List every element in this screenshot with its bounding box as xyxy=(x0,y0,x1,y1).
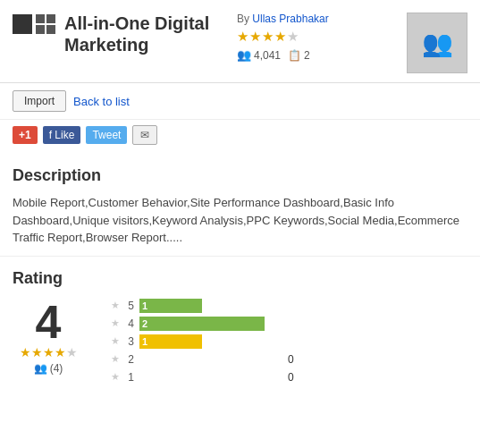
bar-value-label: 1 xyxy=(139,336,150,347)
email-button[interactable]: ✉ xyxy=(132,125,157,145)
users-icon: 👥 xyxy=(237,48,251,62)
meta-info: 👥 4,041 📋 2 xyxy=(237,48,310,62)
rating-bar-row: ★31 xyxy=(111,334,467,349)
bar-inner: 1 xyxy=(139,334,202,349)
description-title: Description xyxy=(13,166,467,185)
bar-star-label: 5 xyxy=(125,300,134,312)
back-to-list-link[interactable]: Back to list xyxy=(73,95,130,108)
app-title: All-in-One Digital Marketing xyxy=(64,13,228,55)
author-prefix: By xyxy=(237,13,249,25)
app-thumbnail: 👥 xyxy=(407,13,467,73)
bar-outer: 1 xyxy=(139,299,282,313)
bar-inner: 2 xyxy=(139,317,265,331)
rating-bars: ★51★42★31★20★10 xyxy=(111,299,467,388)
rating-body: 4 ★★★★★ 👥 (4) ★51★42★31★20★10 xyxy=(13,299,467,388)
rating-summary: 4 ★★★★★ 👥 (4) xyxy=(13,299,84,375)
header-meta: By Ullas Prabhakar ★★★★★ 👥 4,041 📋 2 xyxy=(237,13,398,62)
rating-count: 👥 (4) xyxy=(34,362,63,375)
bar-value-label: 2 xyxy=(139,318,150,329)
app-icon-dark xyxy=(13,14,32,34)
thumbnail-icon: 👥 xyxy=(422,29,453,58)
rating-bar-row: ★20 xyxy=(111,352,467,367)
description-text: Mobile Report,Customer Behavior,Site Per… xyxy=(13,194,467,247)
twitter-button[interactable]: Tweet xyxy=(86,126,127,144)
copies-count: 2 xyxy=(304,49,310,62)
author-link[interactable]: Ullas Prabhakar xyxy=(252,13,328,25)
app-header: All-in-One Digital Marketing By Ullas Pr… xyxy=(0,0,480,83)
description-section: Description Mobile Report,Customer Behav… xyxy=(0,154,480,257)
bar-star-label: 3 xyxy=(125,335,134,348)
bar-outer: 2 xyxy=(139,317,282,331)
rating-section: Rating 4 ★★★★★ 👥 (4) ★51★42★31★20★10 xyxy=(0,257,480,397)
app-icons xyxy=(13,14,55,34)
social-bar: +1 f Like Tweet ✉ xyxy=(0,120,480,154)
author-line: By Ullas Prabhakar xyxy=(237,13,329,25)
bar-outer xyxy=(139,370,282,385)
bar-star-icon: ★ xyxy=(111,371,120,383)
app-icon-grid xyxy=(36,14,55,34)
bar-star-label: 1 xyxy=(125,371,134,384)
star-rating: ★★★★★ xyxy=(237,29,299,45)
bar-outer: 1 xyxy=(139,334,282,349)
rating-people-icon: 👥 xyxy=(34,362,47,375)
rating-title: Rating xyxy=(13,269,467,288)
bar-outer xyxy=(139,352,282,367)
bar-count: 0 xyxy=(288,353,306,366)
rating-stars: ★★★★★ xyxy=(20,345,78,359)
bar-value-label: 1 xyxy=(139,300,150,311)
facebook-button[interactable]: f Like xyxy=(43,126,81,144)
installs-meta: 👥 4,041 xyxy=(237,48,281,62)
rating-stars-row: ★★★★★ xyxy=(237,29,299,45)
bar-inner: 1 xyxy=(139,299,202,313)
import-button[interactable]: Import xyxy=(13,90,66,112)
rating-value: 4 xyxy=(36,299,62,345)
copy-icon: 📋 xyxy=(288,49,301,62)
bar-star-icon: ★ xyxy=(111,335,120,347)
rating-bar-row: ★10 xyxy=(111,370,467,385)
copies-meta: 📋 2 xyxy=(288,49,310,62)
bar-star-icon: ★ xyxy=(111,317,120,329)
bar-count: 0 xyxy=(288,371,306,384)
bar-star-label: 4 xyxy=(125,317,134,330)
installs-count: 4,041 xyxy=(254,49,281,62)
rating-bar-row: ★51 xyxy=(111,299,467,313)
action-bar: Import Back to list xyxy=(0,83,480,120)
rating-bar-row: ★42 xyxy=(111,317,467,331)
bar-star-label: 2 xyxy=(125,353,134,366)
gplus-button[interactable]: +1 xyxy=(13,126,38,144)
rating-total: (4) xyxy=(50,362,63,375)
bar-star-icon: ★ xyxy=(111,353,120,365)
bar-star-icon: ★ xyxy=(111,300,120,311)
